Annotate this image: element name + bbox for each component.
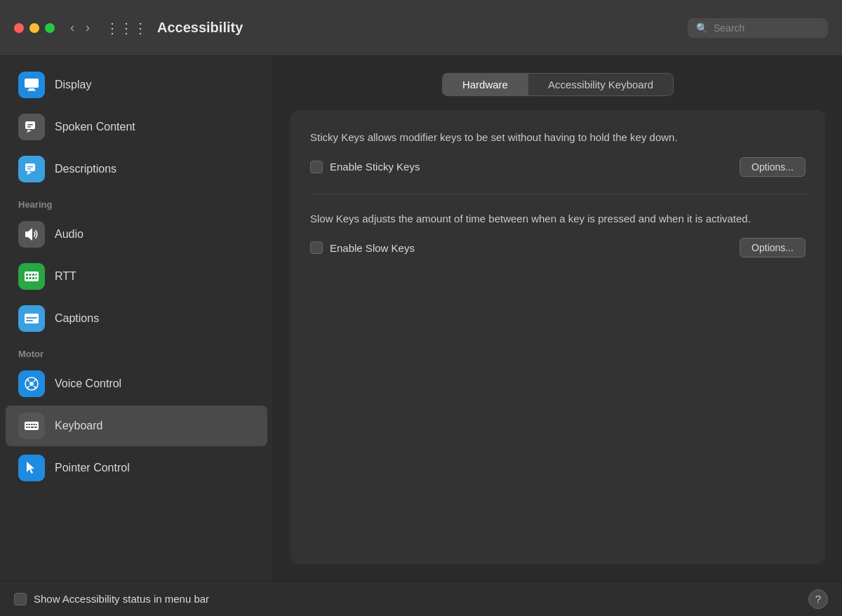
captions-icon — [18, 305, 45, 332]
svg-rect-7 — [27, 166, 33, 168]
sidebar-item-label-keyboard: Keyboard — [55, 420, 103, 432]
spoken-content-icon — [18, 114, 45, 140]
enable-slow-keys-checkbox[interactable] — [310, 241, 323, 254]
sticky-keys-options-button[interactable]: Options... — [740, 157, 806, 177]
maximize-button[interactable] — [45, 23, 55, 33]
sidebar-item-label-descriptions: Descriptions — [55, 163, 116, 175]
title-bar: ‹ › ⋮⋮⋮ Accessibility 🔍 — [0, 0, 842, 56]
content-area: Sticky Keys allows modifier keys to be s… — [290, 110, 825, 564]
slow-keys-checkbox-row: Enable Slow Keys — [310, 241, 415, 254]
svg-rect-21 — [26, 320, 33, 321]
svg-rect-31 — [29, 427, 31, 428]
svg-rect-18 — [36, 277, 37, 279]
sidebar-item-descriptions[interactable]: Descriptions — [6, 149, 267, 189]
nav-buttons: ‹ › — [66, 19, 94, 36]
close-button[interactable] — [14, 23, 24, 33]
sidebar-item-keyboard[interactable]: Keyboard — [6, 406, 267, 446]
svg-rect-33 — [34, 427, 37, 428]
svg-rect-25 — [26, 424, 28, 425]
rtt-icon — [18, 263, 45, 290]
descriptions-icon — [18, 156, 45, 182]
enable-sticky-keys-checkbox[interactable] — [310, 161, 323, 173]
svg-rect-32 — [31, 427, 34, 428]
svg-rect-8 — [27, 168, 31, 170]
display-icon — [18, 72, 45, 98]
search-input[interactable] — [714, 22, 820, 34]
sticky-keys-controls: Enable Sticky Keys Options... — [310, 157, 806, 177]
back-button[interactable]: ‹ — [66, 19, 79, 36]
tab-accessibility-keyboard[interactable]: Accessibility Keyboard — [528, 73, 674, 96]
sidebar-item-label-rtt: RTT — [55, 270, 76, 283]
sidebar-item-rtt[interactable]: RTT — [6, 256, 267, 297]
sticky-keys-description: Sticky Keys allows modifier keys to be s… — [310, 130, 806, 146]
sidebar-item-label-display: Display — [55, 79, 91, 91]
grid-button[interactable]: ⋮⋮⋮ — [105, 20, 147, 36]
svg-rect-1 — [29, 88, 34, 90]
svg-rect-11 — [26, 274, 28, 276]
search-box[interactable]: 🔍 — [688, 18, 828, 38]
svg-rect-16 — [29, 277, 32, 279]
enable-slow-keys-label: Enable Slow Keys — [330, 242, 415, 254]
show-accessibility-status-label: Show Accessibility status in menu bar — [34, 593, 209, 605]
tab-bar: Hardware Accessibility Keyboard — [290, 73, 825, 96]
sidebar-item-label-captions: Captions — [55, 312, 99, 325]
sidebar: Display Spoken Content — [0, 56, 274, 581]
svg-rect-27 — [31, 424, 33, 425]
svg-rect-12 — [29, 274, 32, 276]
keyboard-icon — [18, 413, 45, 439]
sidebar-item-spoken-content[interactable]: Spoken Content — [6, 107, 267, 147]
help-button[interactable]: ? — [808, 589, 828, 609]
bottom-checkbox-row: Show Accessibility status in menu bar — [14, 593, 209, 605]
sidebar-item-label-voice: Voice Control — [55, 377, 121, 390]
enable-sticky-keys-label: Enable Sticky Keys — [330, 161, 420, 173]
svg-rect-10 — [25, 272, 39, 281]
svg-rect-20 — [26, 317, 37, 319]
sticky-keys-section: Sticky Keys allows modifier keys to be s… — [310, 130, 806, 194]
forward-button[interactable]: › — [81, 19, 94, 36]
slow-keys-controls: Enable Slow Keys Options... — [310, 238, 806, 257]
sidebar-item-display[interactable]: Display — [6, 65, 267, 105]
svg-rect-5 — [27, 126, 31, 128]
slow-keys-section: Slow Keys adjusts the amount of time bet… — [310, 211, 806, 275]
sidebar-item-label-audio: Audio — [55, 228, 83, 241]
svg-marker-9 — [25, 228, 32, 241]
svg-rect-2 — [27, 90, 36, 91]
sidebar-item-pointer-control[interactable]: Pointer Control — [6, 448, 267, 488]
sidebar-item-label-spoken: Spoken Content — [55, 121, 135, 133]
tab-hardware[interactable]: Hardware — [442, 73, 528, 96]
svg-rect-28 — [34, 424, 36, 425]
traffic-lights — [14, 23, 55, 33]
sidebar-item-voice-control[interactable]: Voice Control — [6, 363, 267, 404]
svg-rect-14 — [36, 274, 37, 276]
svg-rect-26 — [29, 424, 31, 425]
right-panel: Hardware Accessibility Keyboard Sticky K… — [274, 56, 842, 581]
minimize-button[interactable] — [29, 23, 39, 33]
svg-rect-4 — [27, 124, 33, 126]
audio-icon — [18, 221, 45, 248]
svg-rect-30 — [26, 427, 28, 428]
svg-rect-17 — [32, 277, 34, 279]
section-header-motor: Motor — [0, 342, 273, 362]
sidebar-item-captions[interactable]: Captions — [6, 298, 267, 339]
svg-rect-29 — [36, 424, 37, 425]
pointer-control-icon — [18, 455, 45, 481]
page-title: Accessibility — [157, 20, 688, 36]
svg-point-23 — [29, 382, 34, 386]
sidebar-item-audio[interactable]: Audio — [6, 214, 267, 255]
voice-control-icon — [18, 370, 45, 397]
show-accessibility-status-checkbox[interactable] — [14, 593, 27, 605]
svg-rect-15 — [26, 277, 28, 279]
search-icon: 🔍 — [696, 22, 708, 34]
main-content: Display Spoken Content — [0, 56, 842, 581]
bottom-bar: Show Accessibility status in menu bar ? — [0, 581, 842, 616]
svg-rect-24 — [25, 422, 39, 430]
slow-keys-options-button[interactable]: Options... — [740, 238, 806, 257]
svg-rect-13 — [32, 274, 34, 276]
svg-rect-0 — [25, 79, 39, 88]
sticky-keys-checkbox-row: Enable Sticky Keys — [310, 161, 420, 173]
slow-keys-description: Slow Keys adjusts the amount of time bet… — [310, 211, 806, 227]
sidebar-item-label-pointer: Pointer Control — [55, 462, 130, 474]
section-header-hearing: Hearing — [0, 192, 273, 213]
